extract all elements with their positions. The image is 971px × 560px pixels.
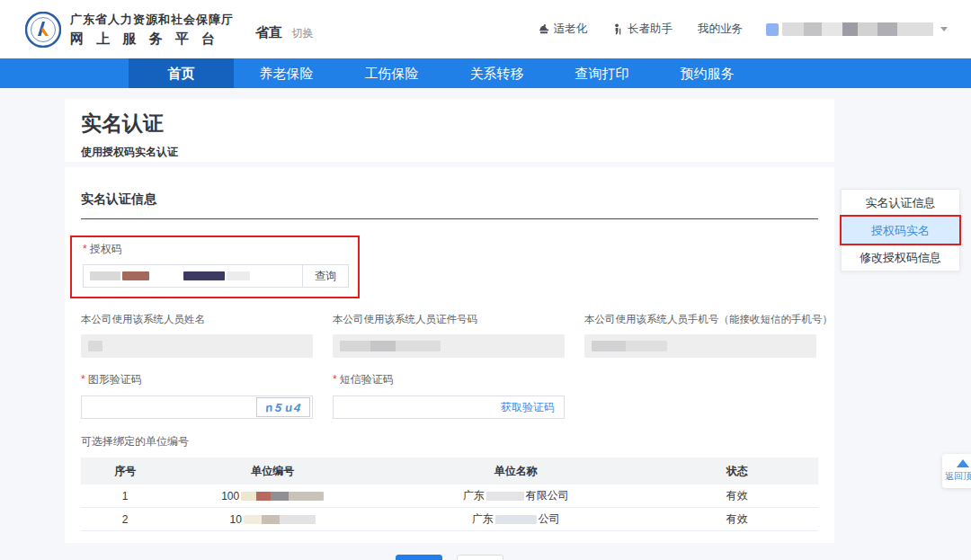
unit-table: 序号 单位编号 单位名称 状态 1 100 广东 有限公司 bbox=[81, 458, 818, 531]
row-unit-name: 广东 公司 bbox=[376, 511, 656, 527]
person-phone-input bbox=[584, 334, 816, 358]
redacted-block bbox=[227, 271, 250, 280]
sms-code-field: *短信验证码 获取验证码 bbox=[333, 372, 565, 419]
person-name-input bbox=[81, 334, 313, 358]
page-subtitle: 使用授权码实名认证 bbox=[81, 145, 818, 160]
org-name: 广东省人力资源和社会保障厅 bbox=[70, 12, 234, 28]
gov-logo-icon bbox=[25, 12, 61, 48]
row-unit-no: 10 bbox=[169, 513, 376, 526]
captcha-char: n bbox=[264, 400, 273, 414]
sms-code-input[interactable] bbox=[334, 397, 494, 417]
side-menu-item-realname-info[interactable]: 实名认证信息 bbox=[842, 190, 959, 217]
redacted-block bbox=[122, 271, 149, 280]
arrow-up-icon bbox=[957, 459, 969, 467]
nav-tab-work-injury[interactable]: 工伤保险 bbox=[339, 58, 444, 88]
close-button[interactable]: 关闭 bbox=[457, 555, 503, 560]
table-row[interactable]: 1 100 广东 有限公司 有效 bbox=[81, 484, 818, 508]
verification-row: *图形验证码 n 5 u 4 *短信验证码 bbox=[81, 372, 818, 419]
nav-tab-relation-transfer[interactable]: 关系转移 bbox=[444, 58, 549, 88]
redacted-block bbox=[244, 515, 316, 524]
accessibility-mode-link[interactable]: 适老化 bbox=[538, 22, 588, 37]
unit-table-caption: 可选择绑定的单位编号 bbox=[81, 434, 818, 449]
elder-assistant-link[interactable]: 长者助手 bbox=[612, 22, 673, 37]
person-id-field: 本公司使用该系统人员证件号码 bbox=[333, 313, 565, 358]
redacted-block bbox=[592, 341, 667, 351]
query-button[interactable]: 查询 bbox=[302, 264, 349, 288]
row-status: 有效 bbox=[656, 488, 818, 503]
table-row[interactable]: 2 10 广东 公司 有效 bbox=[81, 508, 818, 531]
back-to-top-label: 返回顶部 bbox=[945, 470, 971, 483]
side-menu-item-modify-auth-code[interactable]: 修改授权码信息 bbox=[842, 244, 959, 271]
form-actions: 确定 关闭 bbox=[81, 555, 818, 560]
row-status: 有效 bbox=[656, 511, 818, 527]
chevron-down-icon bbox=[940, 27, 948, 31]
brand: 广东省人力资源和社会保障厅 网 上 服 务 平 台 省直 切换 bbox=[25, 12, 313, 48]
row-unit-name: 广东 有限公司 bbox=[376, 488, 656, 503]
redacted-block bbox=[495, 515, 537, 524]
redacted-block bbox=[340, 341, 441, 351]
col-header-status: 状态 bbox=[656, 464, 818, 479]
avatar bbox=[766, 23, 779, 36]
back-to-top-button[interactable]: 返回顶部 bbox=[942, 454, 971, 488]
captcha-input[interactable] bbox=[82, 397, 256, 417]
user-account-menu[interactable] bbox=[766, 22, 948, 36]
region-switch-link[interactable]: 切换 bbox=[291, 27, 313, 40]
accessibility-icon bbox=[538, 23, 549, 35]
captcha-image[interactable]: n 5 u 4 bbox=[256, 397, 310, 417]
captcha-field: *图形验证码 n 5 u 4 bbox=[81, 372, 313, 419]
main-content: 实名认证 使用授权码实名认证 实名认证信息 *授权码 查询 bbox=[0, 88, 971, 560]
nav-tab-appointment[interactable]: 预约服务 bbox=[655, 58, 760, 88]
nav-tab-home[interactable]: 首页 bbox=[129, 58, 234, 88]
row-no: 1 bbox=[81, 490, 169, 502]
person-name-field: 本公司使用该系统人员姓名 bbox=[81, 313, 313, 358]
person-id-label: 本公司使用该系统人员证件号码 bbox=[333, 313, 565, 326]
redacted-block bbox=[90, 271, 120, 280]
user-name-redacted bbox=[782, 22, 933, 36]
elder-assistant-icon bbox=[612, 23, 623, 35]
redacted-block bbox=[486, 492, 524, 501]
my-business-link[interactable]: 我的业务 bbox=[698, 22, 743, 37]
screen: 广东省人力资源和社会保障厅 网 上 服 务 平 台 省直 切换 适老化 bbox=[0, 0, 971, 560]
section-title: 实名认证信息 bbox=[81, 167, 818, 208]
top-header: 广东省人力资源和社会保障厅 网 上 服 务 平 台 省直 切换 适老化 bbox=[0, 0, 971, 58]
nav-tab-pension[interactable]: 养老保险 bbox=[234, 58, 339, 88]
col-header-unit-name: 单位名称 bbox=[376, 464, 656, 479]
redacted-block bbox=[241, 492, 324, 501]
required-mark: * bbox=[81, 373, 85, 386]
auth-code-label: *授权码 bbox=[83, 242, 349, 257]
required-mark: * bbox=[333, 373, 337, 386]
side-menu-item-auth-code-realname[interactable]: 授权码实名 bbox=[842, 217, 959, 244]
col-header-unit-no: 单位编号 bbox=[169, 464, 376, 479]
person-phone-field: 本公司使用该系统人员手机号（能接收短信的手机号） bbox=[584, 313, 816, 358]
top-links: 适老化 长者助手 我的业务 bbox=[538, 22, 744, 37]
confirm-button[interactable]: 确定 bbox=[396, 555, 442, 560]
redacted-block bbox=[88, 341, 102, 351]
sms-code-label: *短信验证码 bbox=[333, 372, 565, 387]
get-sms-code-button[interactable]: 获取验证码 bbox=[494, 400, 562, 415]
main-nav: 首页 养老保险 工伤保险 关系转移 查询打印 预约服务 bbox=[0, 58, 971, 88]
auth-code-input[interactable] bbox=[83, 264, 302, 288]
person-name-label: 本公司使用该系统人员姓名 bbox=[81, 313, 313, 326]
captcha-char: u bbox=[284, 400, 292, 414]
redacted-block bbox=[183, 271, 225, 280]
side-menu: 实名认证信息 授权码实名 修改授权码信息 bbox=[841, 189, 960, 271]
region-name: 省直 bbox=[255, 24, 282, 40]
page-title: 实名认证 bbox=[81, 110, 818, 138]
person-phone-label: 本公司使用该系统人员手机号（能接收短信的手机号） bbox=[584, 313, 816, 326]
platform-name: 网 上 服 务 平 台 bbox=[70, 31, 234, 48]
col-header-no: 序号 bbox=[81, 464, 169, 479]
captcha-char: 4 bbox=[294, 400, 302, 414]
required-mark: * bbox=[83, 243, 87, 255]
captcha-char: 5 bbox=[275, 400, 283, 414]
brand-text: 广东省人力资源和社会保障厅 网 上 服 务 平 台 bbox=[70, 12, 234, 48]
region-selector: 省直 切换 bbox=[255, 24, 313, 41]
row-no: 2 bbox=[81, 513, 169, 526]
page-title-card: 实名认证 使用授权码实名认证 bbox=[65, 99, 834, 162]
unit-table-header: 序号 单位编号 单位名称 状态 bbox=[81, 458, 818, 484]
section-divider bbox=[81, 218, 818, 219]
captcha-label: *图形验证码 bbox=[81, 372, 313, 387]
auth-form-card: 实名认证信息 *授权码 查询 bbox=[65, 167, 834, 543]
auth-code-highlight-box: *授权码 查询 bbox=[70, 236, 360, 298]
nav-tab-query-print[interactable]: 查询打印 bbox=[549, 58, 655, 88]
row-unit-no: 100 bbox=[169, 490, 376, 502]
